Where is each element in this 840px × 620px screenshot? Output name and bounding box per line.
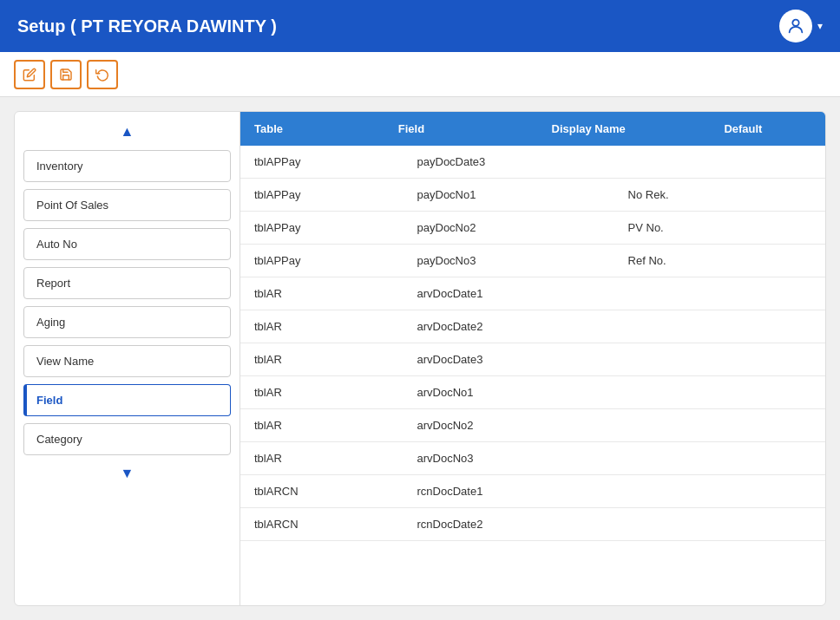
cell-field: rcnDocDate1 (404, 475, 614, 508)
cell-field: arvDocNo2 (404, 409, 614, 442)
cell-default (765, 179, 825, 212)
cell-default (765, 212, 825, 245)
table-row[interactable]: tblARarvDocNo2 (240, 409, 825, 442)
table-scroll[interactable]: tblAPPaypayDocDate3tblAPPaypayDocNo1No R… (240, 146, 825, 605)
cell-default (765, 277, 825, 310)
table-row[interactable]: tblARCNrcnDocDate2 (240, 508, 825, 541)
sidebar-item-point-of-sales[interactable]: Point Of Sales (23, 189, 231, 221)
cell-default (765, 442, 825, 475)
sidebar-item-category[interactable]: Category (23, 423, 231, 455)
cell-table: tblAR (240, 442, 404, 475)
table-row[interactable]: tblARCNrcnDocDate1 (240, 475, 825, 508)
cell-table: tblAPPay (240, 212, 404, 245)
cell-table: tblAR (240, 277, 404, 310)
cell-display_name (614, 277, 765, 310)
user-chevron-icon: ▾ (817, 20, 823, 32)
reset-button[interactable] (87, 60, 118, 89)
save-button[interactable] (50, 60, 82, 89)
sidebar-item-view-name[interactable]: View Name (23, 345, 231, 377)
cell-display_name: No Rek. (614, 179, 765, 212)
cell-default (765, 245, 825, 277)
cell-display_name: Ref No. (614, 245, 765, 277)
cell-default (765, 376, 825, 409)
cell-display_name (614, 442, 765, 475)
header-title: Setup ( PT REYORA DAWINTY ) (17, 16, 277, 36)
cell-default (765, 310, 825, 343)
sidebar-item-field[interactable]: Field (23, 384, 231, 416)
col-header-default: Default (710, 112, 825, 146)
cell-table: tblAPPay (240, 179, 404, 212)
cell-field: payDocNo1 (404, 179, 614, 212)
table-row[interactable]: tblAPPaypayDocNo1No Rek. (240, 179, 825, 212)
user-menu[interactable]: ▾ (779, 10, 823, 42)
cell-display_name (614, 409, 765, 442)
cell-table: tblARCN (240, 475, 404, 508)
cell-display_name (614, 376, 765, 409)
cell-default (765, 475, 825, 508)
col-header-display-name: Display Name (538, 112, 711, 146)
table-header-row: Table Field Display Name Default (240, 112, 825, 146)
cell-table: tblAPPay (240, 245, 404, 277)
cell-field: arvDocDate1 (404, 277, 614, 310)
cell-field: rcnDocDate2 (404, 508, 614, 541)
table-row[interactable]: tblARarvDocDate1 (240, 277, 825, 310)
table-row[interactable]: tblARarvDocNo3 (240, 442, 825, 475)
cell-table: tblAR (240, 376, 404, 409)
user-avatar-icon (779, 10, 812, 42)
main-content: ▲ Inventory Point Of Sales Auto No Repor… (0, 97, 840, 620)
sidebar-item-auto-no[interactable]: Auto No (23, 228, 231, 260)
svg-point-0 (792, 20, 798, 26)
cell-default (765, 146, 825, 179)
col-header-field: Field (384, 112, 538, 146)
sidebar: ▲ Inventory Point Of Sales Auto No Repor… (15, 112, 240, 605)
cell-default (765, 508, 825, 541)
sidebar-scroll: ▲ Inventory Point Of Sales Auto No Repor… (15, 112, 240, 605)
cell-display_name (614, 475, 765, 508)
cell-field: payDocNo2 (404, 212, 614, 245)
edit-button[interactable] (14, 60, 45, 89)
data-table-body: tblAPPaypayDocDate3tblAPPaypayDocNo1No R… (240, 146, 825, 541)
cell-field: arvDocDate2 (404, 310, 614, 343)
sidebar-item-report[interactable]: Report (23, 267, 231, 299)
cell-table: tblAPPay (240, 146, 404, 179)
cell-field: payDocNo3 (404, 245, 614, 277)
col-header-table: Table (240, 112, 384, 146)
sidebar-chevron-up[interactable]: ▲ (23, 121, 231, 143)
cell-field: arvDocNo3 (404, 442, 614, 475)
toolbar (0, 52, 840, 97)
sidebar-item-aging[interactable]: Aging (23, 306, 231, 338)
table-row[interactable]: tblARarvDocDate2 (240, 310, 825, 343)
cell-display_name (614, 310, 765, 343)
table-row[interactable]: tblAPPaypayDocNo2PV No. (240, 212, 825, 245)
cell-default (765, 343, 825, 376)
table-row[interactable]: tblARarvDocNo1 (240, 376, 825, 409)
data-table: Table Field Display Name Default (240, 112, 825, 146)
card: ▲ Inventory Point Of Sales Auto No Repor… (14, 111, 826, 606)
cell-table: tblARCN (240, 508, 404, 541)
cell-field: arvDocDate3 (404, 343, 614, 376)
cell-display_name: PV No. (614, 212, 765, 245)
cell-field: payDocDate3 (404, 146, 614, 179)
table-row[interactable]: tblAPPaypayDocNo3Ref No. (240, 245, 825, 277)
sidebar-item-inventory[interactable]: Inventory (23, 150, 231, 182)
table-row[interactable]: tblAPPaypayDocDate3 (240, 146, 825, 179)
sidebar-chevron-down[interactable]: ▼ (23, 462, 231, 485)
header: Setup ( PT REYORA DAWINTY ) ▾ (0, 0, 840, 52)
cell-display_name (614, 343, 765, 376)
table-row[interactable]: tblARarvDocDate3 (240, 343, 825, 376)
cell-table: tblAR (240, 343, 404, 376)
cell-table: tblAR (240, 409, 404, 442)
cell-display_name (614, 146, 765, 179)
table-area: Table Field Display Name Default tblAPPa… (240, 112, 825, 605)
cell-table: tblAR (240, 310, 404, 343)
cell-field: arvDocNo1 (404, 376, 614, 409)
cell-default (765, 409, 825, 442)
cell-display_name (614, 508, 765, 541)
